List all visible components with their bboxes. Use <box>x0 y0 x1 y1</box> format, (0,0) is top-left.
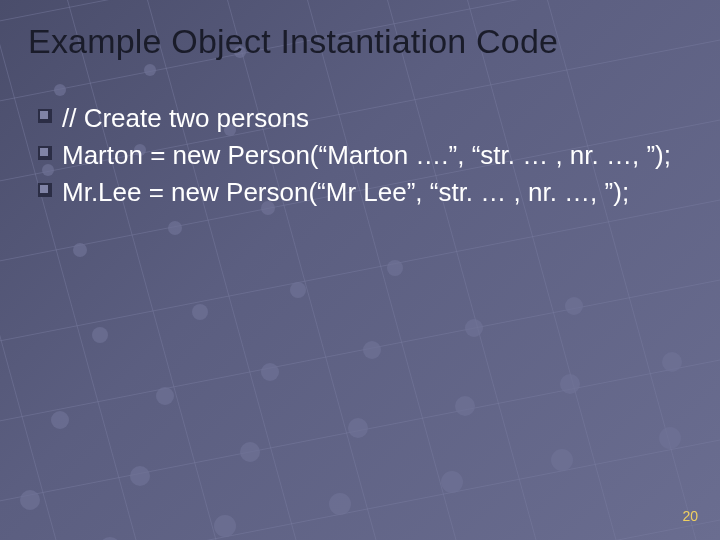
svg-line-7 <box>0 440 720 540</box>
bullet-icon <box>38 146 52 160</box>
item-text: // Create two persons <box>62 101 309 136</box>
svg-point-44 <box>662 352 682 372</box>
svg-point-37 <box>565 297 583 315</box>
svg-point-29 <box>192 304 208 320</box>
svg-point-33 <box>156 387 174 405</box>
svg-line-8 <box>0 520 720 540</box>
svg-point-50 <box>659 427 681 449</box>
item-list: // Create two persons Marton = new Perso… <box>28 101 692 210</box>
svg-line-4 <box>0 200 720 380</box>
svg-point-28 <box>92 327 108 343</box>
svg-rect-52 <box>40 111 48 119</box>
svg-line-6 <box>0 360 720 540</box>
svg-point-43 <box>560 374 580 394</box>
list-item: Marton = new Person(“Marton ….”, “str. …… <box>38 138 692 173</box>
list-item: // Create two persons <box>38 101 692 136</box>
svg-point-32 <box>51 411 69 429</box>
svg-point-25 <box>73 243 87 257</box>
svg-point-42 <box>455 396 475 416</box>
svg-point-41 <box>348 418 368 438</box>
svg-point-26 <box>168 221 182 235</box>
svg-point-30 <box>290 282 306 298</box>
svg-point-35 <box>363 341 381 359</box>
svg-point-46 <box>214 515 236 537</box>
svg-point-36 <box>465 319 483 337</box>
svg-point-48 <box>441 471 463 493</box>
list-item: Mr.Lee = new Person(“Mr Lee”, “str. … , … <box>38 175 692 210</box>
svg-point-47 <box>329 493 351 515</box>
slide-title: Example Object Instantiation Code <box>28 22 692 61</box>
svg-point-31 <box>387 260 403 276</box>
svg-point-38 <box>20 490 40 510</box>
svg-line-5 <box>0 280 720 460</box>
page-number: 20 <box>682 508 698 524</box>
item-text: Mr.Lee = new Person(“Mr Lee”, “str. … , … <box>62 175 629 210</box>
bullet-icon <box>38 183 52 197</box>
item-text: Marton = new Person(“Marton ….”, “str. …… <box>62 138 671 173</box>
bullet-icon <box>38 109 52 123</box>
svg-point-34 <box>261 363 279 381</box>
svg-rect-54 <box>40 148 48 156</box>
svg-point-49 <box>551 449 573 471</box>
svg-point-40 <box>240 442 260 462</box>
svg-point-39 <box>130 466 150 486</box>
svg-rect-56 <box>40 185 48 193</box>
